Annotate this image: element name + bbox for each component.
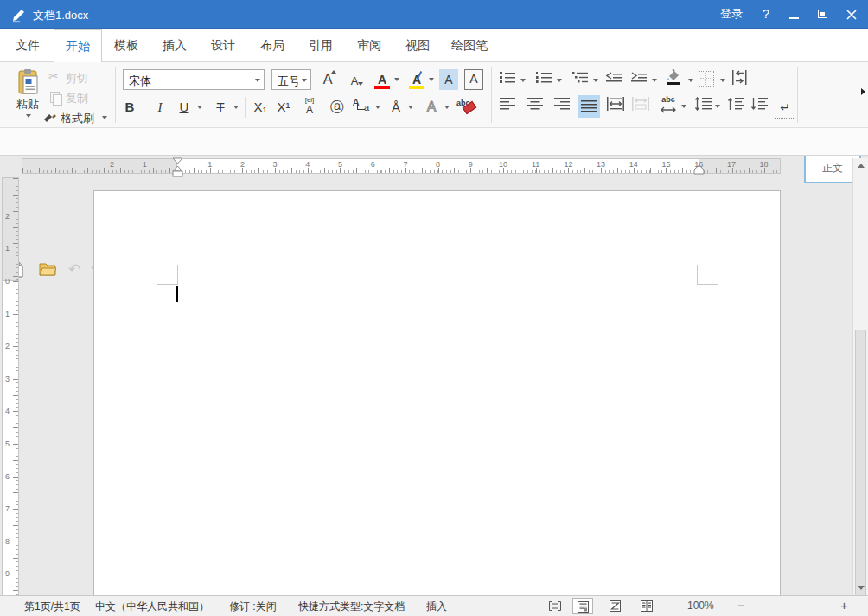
phonetic-guide-button[interactable]: [ei] A (299, 96, 320, 119)
multilevel-list-button[interactable] (572, 71, 591, 88)
crop-mark-right-v (697, 265, 698, 285)
tab-layout[interactable]: 布局 (248, 29, 297, 61)
ruler-number: 0 (5, 277, 10, 286)
font-family-dropdown-arrow-icon[interactable] (255, 79, 260, 82)
font-size-combobox[interactable]: 五号 (271, 69, 311, 90)
bold-button[interactable]: B (120, 97, 139, 118)
login-button[interactable]: 登录 (714, 0, 749, 29)
tab-home[interactable]: 开始 (54, 29, 102, 62)
space-before-paragraph-button[interactable] (727, 97, 746, 116)
insert-mode-indicator[interactable]: 插入 (426, 600, 447, 614)
font-family-combobox[interactable]: 宋体 (123, 69, 265, 90)
vertical-scrollbar[interactable] (852, 158, 868, 595)
web-layout-view-button[interactable] (604, 598, 625, 614)
zoom-in-button[interactable]: + (840, 598, 848, 613)
bullet-list-button[interactable] (500, 71, 519, 88)
first-line-indent-button[interactable] (732, 70, 750, 87)
paragraph-mark-button[interactable]: ↵ (775, 97, 795, 119)
zoom-out-button[interactable]: − (737, 598, 745, 613)
highlight-color-button[interactable]: A (406, 69, 427, 90)
pinyin-accent-button[interactable]: Å (386, 97, 406, 118)
styles-more-arrow-icon[interactable] (861, 88, 865, 95)
borders-button[interactable] (699, 71, 714, 87)
full-screen-view-button[interactable] (545, 598, 565, 614)
tab-template[interactable]: 模板 (102, 29, 150, 61)
space-after-paragraph-button[interactable] (750, 97, 769, 116)
distribute-text-button[interactable] (607, 97, 626, 116)
revision-indicator[interactable]: 修订 :关闭 (229, 600, 277, 614)
tab-insert[interactable]: 插入 (150, 29, 199, 61)
bullet-list-dropdown-arrow-icon[interactable] (520, 79, 526, 82)
tab-references[interactable]: 引用 (297, 29, 345, 61)
strikethrough-button[interactable]: T (211, 97, 230, 118)
distribute-chars-button-disabled (632, 97, 651, 116)
page-indicator[interactable]: 第1页/共1页 (24, 600, 80, 614)
align-center-button[interactable] (527, 98, 546, 115)
numbered-list-button[interactable] (536, 71, 555, 88)
character-scale-button[interactable]: abc (657, 95, 680, 118)
underline-button[interactable]: U (175, 97, 194, 118)
shrink-font-button[interactable]: A (344, 71, 365, 92)
close-button[interactable] (840, 0, 863, 29)
minimize-button[interactable] (783, 0, 804, 29)
tab-review[interactable]: 审阅 (345, 29, 393, 61)
document-page[interactable] (93, 190, 781, 595)
subscript-button[interactable]: X₁ (250, 97, 271, 118)
scroll-down-icon[interactable] (858, 586, 865, 590)
format-painter-dropdown-arrow-icon[interactable] (102, 116, 107, 119)
multilevel-list-dropdown-arrow-icon[interactable] (593, 79, 598, 82)
tab-design[interactable]: 设计 (199, 29, 247, 61)
text-effects-glyph: A (427, 99, 437, 114)
align-left-button[interactable] (500, 98, 519, 115)
shading-dropdown-arrow-icon[interactable] (688, 79, 693, 82)
highlight-dropdown-arrow-icon[interactable] (429, 78, 434, 81)
open-button[interactable] (39, 261, 56, 279)
superscript-button[interactable]: X¹ (273, 97, 294, 118)
strikethrough-dropdown-arrow-icon[interactable] (233, 106, 239, 109)
justify-button[interactable] (578, 95, 600, 118)
underline-dropdown-arrow-icon[interactable] (197, 106, 202, 109)
decrease-indent-button[interactable] (606, 71, 625, 88)
text-effects-button[interactable]: A (421, 97, 442, 118)
font-color-button[interactable]: A (372, 69, 393, 90)
numbered-list-dropdown-arrow-icon[interactable] (557, 79, 562, 82)
line-spacing-button[interactable] (694, 97, 713, 116)
copy-button[interactable]: 复制 (43, 91, 112, 105)
clear-formatting-button[interactable]: abc (456, 97, 476, 118)
language-indicator[interactable]: 中文（中华人民共和国） (95, 600, 209, 614)
cut-label: 剪切 (66, 71, 88, 87)
grow-font-button[interactable]: A (316, 69, 339, 90)
font-size-dropdown-arrow-icon[interactable] (302, 79, 307, 82)
enclose-characters-button[interactable]: ⓐ (327, 97, 348, 118)
scrollbar-thumb[interactable] (855, 330, 866, 616)
indent-markers[interactable] (172, 157, 183, 178)
borders-dropdown-arrow-icon[interactable] (720, 79, 725, 82)
character-scale-dropdown-arrow-icon[interactable] (681, 105, 686, 108)
change-case-button[interactable]: A a (351, 97, 372, 118)
align-right-button[interactable] (554, 98, 573, 115)
shading-button[interactable] (666, 69, 685, 88)
zoom-percentage[interactable]: 100% (687, 600, 714, 612)
line-spacing-dropdown-arrow-icon[interactable] (715, 105, 720, 108)
change-case-dropdown-arrow-icon[interactable] (375, 106, 380, 109)
increase-indent-button[interactable] (631, 71, 650, 88)
tab-view[interactable]: 视图 (393, 29, 442, 61)
character-border-button[interactable]: A (464, 69, 483, 90)
paste-dropdown-arrow-icon[interactable] (26, 114, 31, 118)
distribute-text-icon (607, 97, 624, 111)
character-shading-button[interactable]: A (439, 69, 458, 90)
cut-button[interactable]: ✂ 剪切 (43, 71, 112, 85)
page-view-button[interactable] (572, 598, 593, 614)
tab-file[interactable]: 文件 (3, 29, 52, 61)
tab-drawing-pen[interactable]: 绘图笔 (442, 29, 497, 61)
font-color-dropdown-arrow-icon[interactable] (394, 78, 399, 81)
italic-button[interactable]: I (150, 97, 169, 118)
format-painter-button[interactable]: 格式刷 (38, 111, 116, 126)
increase-indent-dropdown-arrow-icon[interactable] (652, 79, 657, 82)
pinyin-dropdown-arrow-icon[interactable] (408, 106, 413, 109)
help-button[interactable]: ? (756, 0, 776, 29)
maximize-button[interactable] (813, 0, 833, 29)
text-effects-dropdown-arrow-icon[interactable] (444, 106, 450, 109)
scroll-up-icon[interactable] (858, 164, 865, 168)
outline-view-button[interactable] (636, 598, 657, 614)
